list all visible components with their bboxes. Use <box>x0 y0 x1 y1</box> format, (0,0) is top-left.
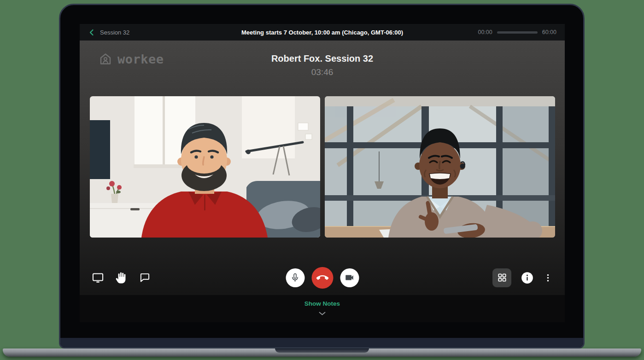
toolbar-right-group <box>492 267 553 289</box>
session-progress: 00:00 60:00 <box>478 29 556 35</box>
microphone-icon <box>290 273 300 283</box>
chat-button[interactable] <box>139 272 151 284</box>
page-background: Session 32 Meeting starts 7 October, 10:… <box>0 0 644 360</box>
microphone-button[interactable] <box>286 268 304 287</box>
back-label: Session 32 <box>100 29 129 36</box>
participant-video-left[interactable] <box>90 96 320 238</box>
end-call-icon <box>316 272 328 284</box>
video-grid <box>80 96 565 238</box>
camera-button[interactable] <box>340 268 359 287</box>
laptop-base <box>3 348 641 357</box>
notes-expand-control[interactable] <box>80 309 565 317</box>
session-progress-bar <box>497 31 538 34</box>
grid-view-button[interactable] <box>492 268 511 287</box>
session-title: Robert Fox. Session 32 <box>80 53 565 64</box>
raise-hand-button[interactable] <box>115 271 128 285</box>
meeting-main-panel: workee Robert Fox. Session 32 03:46 <box>80 41 565 295</box>
participant-right-photo <box>325 96 555 238</box>
meeting-app-screen: Session 32 Meeting starts 7 October, 10:… <box>80 24 565 322</box>
more-options-icon <box>543 273 553 283</box>
call-toolbar <box>80 267 565 289</box>
back-button[interactable]: Session 32 <box>89 29 129 36</box>
info-button[interactable] <box>521 272 533 284</box>
chevron-left-icon <box>89 29 94 36</box>
meeting-info-text: Meeting starts 7 October, 10:00 am (Chic… <box>241 29 403 36</box>
chevron-down-icon <box>319 312 326 315</box>
toolbar-left-group <box>92 267 151 289</box>
laptop-mockup: Session 32 Meeting starts 7 October, 10:… <box>59 4 585 348</box>
screen-share-button[interactable] <box>92 272 104 284</box>
time-total-label: 60:00 <box>542 29 556 35</box>
screen-share-icon <box>92 272 104 284</box>
chat-icon <box>139 272 151 284</box>
raise-hand-icon <box>115 271 128 285</box>
laptop-lid-bottom <box>60 338 583 347</box>
participant-video-right[interactable] <box>325 96 555 238</box>
more-options-button[interactable] <box>543 273 553 283</box>
time-elapsed-label: 00:00 <box>478 29 492 35</box>
participant-left-photo <box>90 96 320 238</box>
top-bar: Session 32 Meeting starts 7 October, 10:… <box>80 24 565 41</box>
laptop-base-notch <box>275 348 369 353</box>
camera-icon <box>345 273 355 283</box>
toolbar-center-group <box>286 267 359 289</box>
end-call-button[interactable] <box>311 267 333 289</box>
notes-panel: Show Notes <box>80 295 565 322</box>
grid-view-icon <box>497 273 507 283</box>
info-icon <box>521 272 533 284</box>
show-notes-button[interactable]: Show Notes <box>304 300 340 307</box>
session-heading: Robert Fox. Session 32 03:46 <box>80 53 565 77</box>
elapsed-timer: 03:46 <box>80 67 565 77</box>
